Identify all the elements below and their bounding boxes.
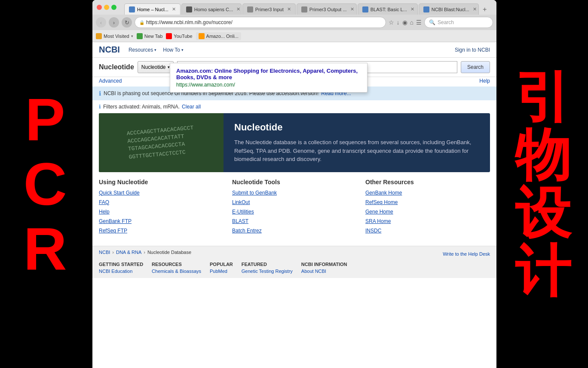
write-help-link[interactable]: Write to the Help Desk <box>443 251 490 257</box>
search-icon: 🔍 <box>429 19 435 25</box>
window-buttons <box>97 5 116 10</box>
insdc-link[interactable]: INSDC <box>365 228 490 234</box>
refseq-ftp-link[interactable]: RefSeq FTP <box>99 228 224 234</box>
footer-col-popular: POPULAR PubMed <box>210 262 233 275</box>
eutilities-link[interactable]: E-Utilities <box>232 209 357 215</box>
back-button[interactable]: ‹ <box>96 17 106 28</box>
left-char-r: R <box>23 219 67 279</box>
quick-start-link[interactable]: Quick Start Guide <box>99 190 224 196</box>
youtube-icon <box>166 33 172 39</box>
bookmark-most-visited-label: Most Visited <box>104 34 129 39</box>
tab-label-homo: Homo sapiens C... <box>194 7 233 12</box>
right-char-1: 物 <box>515 127 571 183</box>
refseq-home-link[interactable]: RefSeq Home <box>365 199 490 205</box>
right-char-2: 设 <box>515 185 571 241</box>
advanced-search-link[interactable]: Advanced <box>99 78 122 84</box>
tab-primer3-output[interactable]: Primer3 Output ... ✕ <box>297 3 357 15</box>
bookmark-amazon[interactable]: Amazo... Onli... <box>196 32 241 40</box>
database-select[interactable]: Nucleotide ▾ <box>138 61 174 73</box>
tab-label-home: Home – Nucl... <box>137 7 168 12</box>
clear-filters-link[interactable]: Clear all <box>182 104 201 110</box>
tab-icon-home <box>129 6 135 12</box>
footer-col-title-0: GETTING STARTED <box>99 262 143 267</box>
home-icon[interactable]: ⌂ <box>410 19 413 26</box>
signin-link[interactable]: Sign in to NCBI <box>455 47 490 53</box>
maximize-button[interactable] <box>111 5 116 10</box>
footer-link-about-ncbi[interactable]: About NCBI <box>301 269 347 274</box>
help-page-link[interactable]: Help <box>99 209 224 215</box>
url-actions: ☆ ↓ ◉ ⌂ ☰ <box>389 19 422 26</box>
help-link[interactable]: Help <box>479 78 490 84</box>
nucleotide-tools-col: Nucleotide Tools Submit to GenBank LinkO… <box>232 179 357 237</box>
left-char-c: C <box>23 154 67 214</box>
tab-homo[interactable]: Homo sapiens C... ✕ <box>181 3 242 15</box>
ncbi-logo: NCBI <box>99 45 120 55</box>
nav-howto[interactable]: How To ▾ <box>163 47 184 53</box>
footer-col-ncbi-info: NCBI INFORMATION About NCBI <box>301 262 347 275</box>
url-field[interactable]: 🔒 https://www.ncbi.nlm.nih.gov/nuccore/ <box>135 17 386 28</box>
tab-close-primer3in[interactable]: ✕ <box>287 6 291 12</box>
tab-close-homo[interactable]: ✕ <box>236 6 240 12</box>
footer-col-resources: RESOURCES Chemicals & Bioassays <box>152 262 201 275</box>
linkout-link[interactable]: LinkOut <box>232 199 357 205</box>
page-content: Amazon.com: Online Shopping for Electron… <box>92 42 496 368</box>
left-sidebar: P C R <box>0 0 90 368</box>
forward-button[interactable]: › <box>109 17 119 28</box>
nav-resources-arrow: ▾ <box>154 48 156 52</box>
tab-primer3-input[interactable]: Primer3 Input ✕ <box>242 3 296 15</box>
other-resources-title: Other Resources <box>365 179 490 186</box>
browser-window: Home – Nucl... ✕ Homo sapiens C... ✕ Pri… <box>92 0 496 368</box>
breadcrumb-ncbi[interactable]: NCBI <box>99 250 110 255</box>
gene-home-link[interactable]: Gene Home <box>365 209 490 215</box>
footer-link-genetic-testing[interactable]: Genetic Testing Registry <box>242 269 293 274</box>
sra-home-link[interactable]: SRA Home <box>365 218 490 224</box>
tab-close-primer3out[interactable]: ✕ <box>350 6 354 12</box>
bookmark-new-tab[interactable]: New Tab <box>137 33 163 39</box>
breadcrumb-dnarna[interactable]: DNA & RNA <box>116 250 141 255</box>
profile-icon[interactable]: ◉ <box>402 19 407 26</box>
faq-link[interactable]: FAQ <box>99 199 224 205</box>
bookmark-new-tab-label: New Tab <box>144 34 163 39</box>
footer-col-getting-started: GETTING STARTED NCBI Education <box>99 262 143 275</box>
blast-link[interactable]: BLAST <box>232 218 357 224</box>
tab-icon-homo <box>186 6 192 12</box>
bookmarks-bar: Most Visited ▾ New Tab YouTube Amazo... … <box>92 30 496 42</box>
footer-col-title-2: POPULAR <box>210 262 233 267</box>
bookmark-youtube-label: YouTube <box>174 34 192 39</box>
feature-section: ACCCAAGCTTAACACAGCCT ACCCAGCACACATTATT T… <box>99 113 490 172</box>
new-tab-button[interactable]: + <box>480 4 490 15</box>
bookmark-most-visited[interactable]: Most Visited ▾ <box>96 33 133 39</box>
tab-close-blast[interactable]: ✕ <box>410 6 414 12</box>
tab-home-nucl[interactable]: Home – Nucl... ✕ <box>124 3 181 15</box>
dropdown-title: Amazon.com: Online Shopping for Electron… <box>176 68 361 80</box>
tab-icon-blast <box>362 6 368 12</box>
bookmark-youtube[interactable]: YouTube <box>166 33 192 39</box>
search-button[interactable]: Search <box>461 61 490 73</box>
genbank-home-link[interactable]: GenBank Home <box>365 190 490 196</box>
tab-blast-basic[interactable]: BLAST: Basic L... ✕ <box>358 3 418 15</box>
page-footer: NCBI › DNA & RNA › Nucleotide Database W… <box>92 246 496 278</box>
tab-ncbi-blast[interactable]: NCBI Blast:Nucl... ✕ <box>419 3 479 15</box>
footer-link-ncbi-education[interactable]: NCBI Education <box>99 269 143 274</box>
db-select-label: Nucleotide <box>141 64 166 70</box>
url-text: https://www.ncbi.nlm.nih.gov/nuccore/ <box>146 19 233 25</box>
browser-search-field[interactable]: 🔍 Search <box>424 17 493 28</box>
genbank-ftp-link[interactable]: GenBank FTP <box>99 218 224 224</box>
footer-link-chemicals[interactable]: Chemicals & Bioassays <box>152 269 201 274</box>
right-char-3: 计 <box>515 243 571 299</box>
close-button[interactable] <box>97 5 102 10</box>
bookmark-icon[interactable]: ☆ <box>389 19 394 26</box>
nav-resources[interactable]: Resources ▾ <box>129 47 156 53</box>
menu-icon[interactable]: ☰ <box>416 19 422 26</box>
nav-resources-label: Resources <box>129 47 153 53</box>
tab-close-home[interactable]: ✕ <box>172 6 176 12</box>
batch-entrez-link[interactable]: Batch Entrez <box>232 228 357 234</box>
submit-genbank-link[interactable]: Submit to GenBank <box>232 190 357 196</box>
footer-link-pubmed[interactable]: PubMed <box>210 269 233 274</box>
dropdown-url: https://www.amazon.com/ <box>176 82 361 88</box>
minimize-button[interactable] <box>104 5 109 10</box>
dna-sequence-text: ACCCAAGCTTAACACAGCCT ACCCAGCACACATTATT T… <box>126 124 196 161</box>
download-icon[interactable]: ↓ <box>397 19 400 26</box>
tab-close-ncbiblast[interactable]: ✕ <box>473 6 477 12</box>
refresh-button[interactable]: ↻ <box>122 17 132 28</box>
